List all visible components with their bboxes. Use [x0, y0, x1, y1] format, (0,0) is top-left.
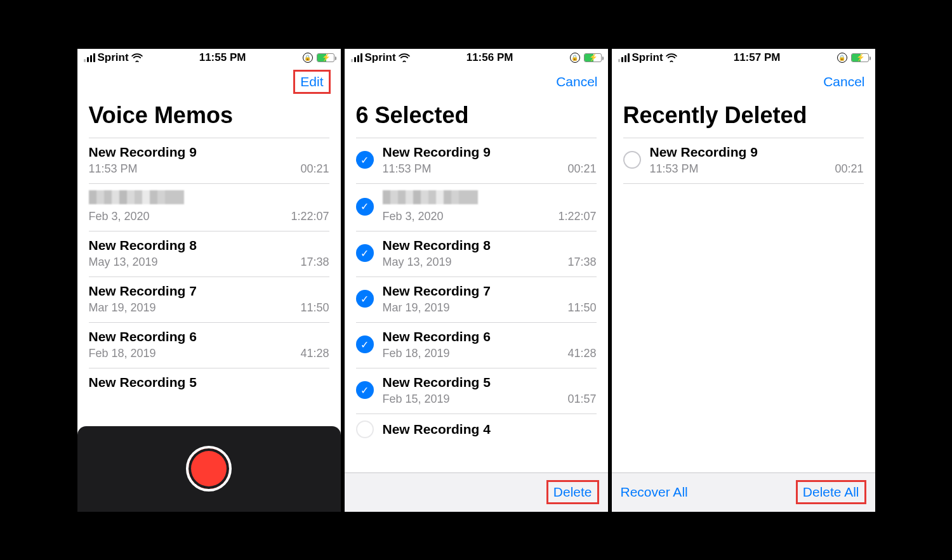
list-item[interactable]: New Recording 6Feb 18, 201941:28	[89, 323, 329, 368]
page-title: 6 Selected	[345, 97, 608, 138]
recording-duration: 00:21	[567, 162, 596, 176]
list-item-content: Feb 3, 20201:22:07	[383, 190, 597, 223]
cancel-button[interactable]: Cancel	[556, 74, 597, 89]
list-item[interactable]: ✓Feb 3, 20201:22:07	[356, 184, 597, 231]
checkmark-icon[interactable]: ✓	[356, 335, 374, 353]
list-item[interactable]: New Recording 911:53 PM00:21	[89, 138, 329, 184]
checkmark-icon[interactable]: ✓	[356, 290, 374, 308]
list-item-content: New Recording 8May 13, 201917:38	[89, 238, 329, 269]
status-bar: Sprint 11:57 PM 🔒 ⚡	[612, 49, 875, 67]
triptych: Sprint 11:55 PM 🔒 ⚡ Edit Voice Memos New…	[58, 23, 894, 537]
cellular-signal-icon	[351, 53, 362, 62]
recording-title: New Recording 6	[383, 329, 597, 344]
cellular-signal-icon	[618, 53, 630, 62]
list-item[interactable]: New Recording 911:53 PM00:21	[623, 138, 864, 184]
recording-date: Feb 3, 2020	[89, 210, 150, 223]
recording-date: Feb 18, 2019	[383, 347, 450, 360]
wifi-icon	[131, 53, 143, 62]
clock: 11:55 PM	[199, 51, 246, 64]
screen-voice-memos: Sprint 11:55 PM 🔒 ⚡ Edit Voice Memos New…	[77, 49, 341, 512]
recording-title	[383, 190, 597, 207]
recording-duration: 1:22:07	[291, 210, 329, 223]
delete-all-button[interactable]: Delete All	[796, 480, 866, 504]
screen-selection: Sprint 11:56 PM 🔒 ⚡ Cancel 6 Selected ✓N…	[345, 49, 608, 512]
redacted-title	[89, 190, 184, 204]
list-item[interactable]: ✓New Recording 6Feb 18, 201941:28	[356, 323, 597, 368]
recover-all-button[interactable]: Recover All	[621, 485, 688, 500]
battery-icon: ⚡	[317, 53, 334, 62]
edit-button[interactable]: Edit	[293, 70, 330, 94]
list-item-content: New Recording 8May 13, 201917:38	[383, 238, 597, 269]
orientation-lock-icon: 🔒	[303, 53, 313, 63]
recordings-list[interactable]: ✓New Recording 911:53 PM00:21✓Feb 3, 202…	[345, 138, 608, 472]
nav-bar: Cancel	[612, 67, 875, 97]
carrier-label: Sprint	[98, 51, 129, 64]
recording-title: New Recording 6	[89, 329, 329, 344]
recording-date: 11:53 PM	[650, 162, 699, 176]
clock: 11:56 PM	[466, 51, 513, 64]
delete-button[interactable]: Delete	[546, 480, 599, 504]
list-item[interactable]: Feb 3, 20201:22:07	[89, 184, 329, 231]
list-item[interactable]: New Recording 8May 13, 201917:38	[89, 231, 329, 277]
recording-date: Mar 19, 2019	[89, 301, 156, 315]
recording-duration: 17:38	[300, 256, 329, 269]
list-item-content: New Recording 911:53 PM00:21	[650, 145, 864, 176]
clock: 11:57 PM	[734, 51, 781, 64]
recording-title: New Recording 5	[383, 375, 597, 390]
list-item[interactable]: ✓New Recording 7Mar 19, 201911:50	[356, 277, 597, 323]
carrier-label: Sprint	[365, 51, 396, 64]
record-bar	[77, 426, 341, 512]
list-item-content: New Recording 911:53 PM00:21	[383, 145, 597, 176]
recording-date: 11:53 PM	[383, 162, 432, 176]
carrier-label: Sprint	[632, 51, 663, 64]
list-item-content: New Recording 6Feb 18, 201941:28	[383, 329, 597, 360]
checkmark-icon[interactable]: ✓	[356, 381, 374, 399]
record-button[interactable]	[186, 446, 232, 492]
recording-duration: 1:22:07	[558, 210, 596, 223]
recording-date: Feb 15, 2019	[383, 393, 450, 406]
recording-date: Feb 3, 2020	[383, 210, 444, 223]
recording-date: Mar 19, 2019	[383, 301, 450, 315]
list-item-content: New Recording 5Feb 15, 201901:57	[383, 375, 597, 406]
recording-title: New Recording 7	[89, 283, 329, 299]
screen-recently-deleted: Sprint 11:57 PM 🔒 ⚡ Cancel Recently Dele…	[612, 49, 875, 512]
recording-title: New Recording 9	[650, 145, 864, 160]
cancel-button[interactable]: Cancel	[823, 74, 864, 89]
battery-icon: ⚡	[851, 53, 869, 62]
recording-duration: 17:38	[567, 256, 596, 269]
list-item[interactable]: ✓New Recording 5Feb 15, 201901:57	[356, 368, 597, 414]
checkmark-icon[interactable]: ✓	[356, 198, 374, 216]
list-item[interactable]: New Recording 7Mar 19, 201911:50	[89, 277, 329, 323]
recording-duration: 01:57	[567, 393, 596, 406]
checkmark-icon[interactable]: ✓	[356, 244, 374, 262]
nav-bar: Cancel	[345, 67, 608, 97]
list-item[interactable]: ✓New Recording 8May 13, 201917:38	[356, 231, 597, 277]
orientation-lock-icon: 🔒	[570, 53, 580, 63]
battery-icon: ⚡	[584, 53, 602, 62]
unchecked-circle-icon[interactable]	[356, 420, 374, 438]
recording-title: New Recording 9	[383, 145, 597, 160]
recording-title: New Recording 8	[89, 238, 329, 253]
list-item[interactable]: ✓New Recording 911:53 PM00:21	[356, 138, 597, 184]
recording-date: Feb 18, 2019	[89, 347, 156, 360]
list-item-partial[interactable]: New Recording 4	[356, 414, 597, 438]
recording-title: New Recording 9	[89, 145, 329, 160]
recording-title: New Recording 8	[383, 238, 597, 253]
nav-bar: Edit	[77, 67, 341, 97]
recording-title	[89, 190, 329, 207]
recording-duration: 00:21	[835, 162, 863, 176]
recording-duration: 00:21	[300, 162, 329, 176]
recordings-list[interactable]: New Recording 911:53 PM00:21	[612, 138, 875, 472]
page-title: Voice Memos	[77, 97, 341, 138]
recording-duration: 41:28	[567, 347, 596, 360]
checkmark-icon[interactable]: ✓	[356, 151, 374, 169]
toolbar: Delete	[345, 472, 608, 512]
list-item-partial[interactable]: New Recording 5	[89, 368, 329, 390]
recording-duration: 41:28	[300, 347, 329, 360]
recording-duration: 11:50	[300, 301, 329, 315]
unchecked-circle-icon[interactable]	[623, 151, 641, 169]
recording-title: New Recording 7	[383, 283, 597, 299]
recording-date: 11:53 PM	[89, 162, 138, 176]
wifi-icon	[666, 53, 677, 62]
orientation-lock-icon: 🔒	[837, 53, 847, 63]
